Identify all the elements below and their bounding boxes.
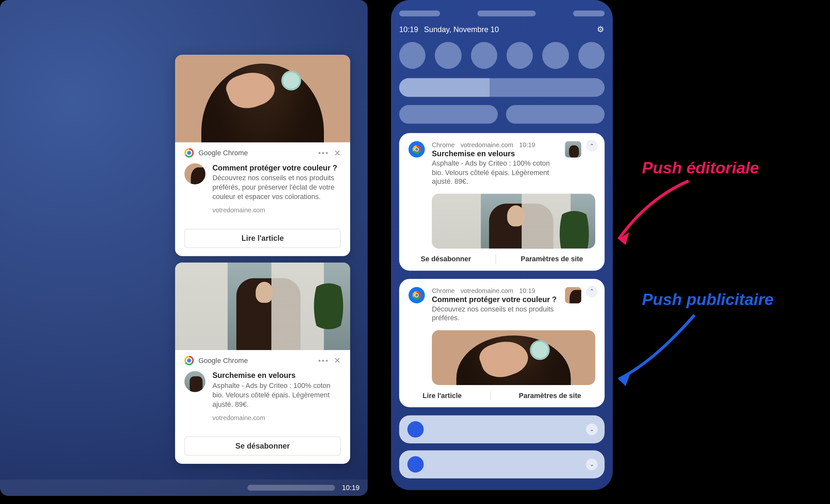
read-article-button[interactable]: Lire l'article [185, 229, 341, 248]
annotation-editorial: Push éditoriale [642, 159, 759, 178]
annotation-ad: Push publicitaire [642, 291, 774, 309]
notif-title: Surchemise en velours [432, 149, 558, 158]
notification-description: Découvrez nos conseils et nos produits p… [212, 173, 341, 202]
app-icon-placeholder [407, 456, 423, 473]
quick-settings-tiles[interactable] [399, 42, 605, 69]
notification-hero-image [175, 55, 350, 142]
collapsed-notification[interactable]: ⌄ [399, 450, 605, 478]
desktop-notification-editorial[interactable]: Google Chrome ••• ✕ Comment protéger vot… [175, 55, 350, 256]
notification-domain: votredomaine.com [212, 414, 341, 421]
phone-status-placeholders [399, 10, 605, 16]
phone-time: 10:19 [399, 25, 418, 34]
quick-settings-chips[interactable] [399, 105, 605, 124]
notification-app-name: Google Chrome [198, 357, 248, 365]
more-icon[interactable]: ••• [318, 357, 329, 365]
notification-description: Asphalte - Ads by Criteo : 100% coton bi… [212, 381, 341, 409]
divider [496, 254, 496, 264]
arrow-ad-icon [613, 309, 706, 391]
divider [490, 391, 490, 400]
gear-icon[interactable]: ⚙ [597, 25, 604, 34]
chrome-icon [185, 356, 194, 365]
unsubscribe-button[interactable]: Se désabonner [185, 436, 341, 456]
more-icon[interactable]: ••• [318, 149, 329, 157]
close-icon[interactable]: ✕ [334, 356, 341, 365]
brightness-slider[interactable] [399, 78, 605, 97]
notification-hero-image [175, 263, 350, 350]
notification-app-name: Google Chrome [198, 149, 248, 157]
notif-desc: Découvrez nos conseils et nos produits p… [432, 305, 558, 323]
notif-thumbnail [565, 141, 581, 158]
notification-thumbnail [185, 163, 205, 184]
app-icon-placeholder [407, 422, 423, 438]
desktop-notification-ad[interactable]: Google Chrome ••• ✕ Surchemise en velour… [175, 263, 350, 464]
site-settings-action[interactable]: Paramètres de site [519, 392, 581, 400]
notif-title: Comment protéger votre couleur ? [432, 295, 558, 304]
notification-domain: votredomaine.com [212, 206, 341, 213]
phone-panel: 10:19 Sunday, Novembre 10 ⚙ ⌃ Chrome vot… [391, 0, 613, 490]
android-notification-editorial[interactable]: ⌃ Chrome votredomaine.com 10:19 Comment … [399, 279, 605, 407]
notif-domain: votredomaine.com [460, 287, 513, 294]
chevron-up-icon[interactable]: ⌃ [586, 140, 598, 152]
notif-app: Chrome [432, 141, 454, 148]
notif-domain: votredomaine.com [460, 141, 513, 148]
notif-time: 10:19 [519, 287, 535, 294]
notif-hero-image [432, 330, 595, 385]
phone-date: Sunday, Novembre 10 [424, 25, 499, 34]
taskbar-clock: 10:19 [342, 483, 359, 492]
notification-title: Comment protéger votre couleur ? [212, 163, 341, 172]
site-settings-action[interactable]: Paramètres de site [521, 255, 583, 263]
taskbar-placeholder [247, 485, 335, 491]
chevron-up-icon[interactable]: ⌃ [586, 286, 598, 298]
notification-title: Surchemise en velours [212, 371, 341, 380]
chrome-app-icon [409, 287, 425, 303]
arrow-editorial-icon [613, 175, 706, 257]
notif-app: Chrome [432, 287, 454, 294]
chrome-app-icon [409, 141, 425, 158]
chevron-down-icon[interactable]: ⌄ [586, 459, 598, 470]
desktop-panel: Google Chrome ••• ✕ Comment protéger vot… [0, 0, 368, 496]
notif-thumbnail [565, 287, 581, 303]
notif-desc: Asphalte - Ads by Criteo : 100% coton bi… [432, 159, 558, 187]
notification-thumbnail [185, 371, 205, 392]
close-icon[interactable]: ✕ [334, 148, 341, 158]
taskbar: 10:19 [0, 480, 368, 496]
chrome-icon [185, 148, 194, 158]
notif-time: 10:19 [519, 141, 535, 148]
unsubscribe-action[interactable]: Se désabonner [421, 255, 471, 263]
notif-hero-image [432, 194, 595, 248]
chevron-down-icon[interactable]: ⌄ [586, 424, 598, 435]
android-notification-ad[interactable]: ⌃ Chrome votredomaine.com 10:19 Surchemi… [399, 133, 605, 270]
collapsed-notification[interactable]: ⌄ [399, 415, 605, 443]
read-article-action[interactable]: Lire l'article [423, 392, 462, 400]
